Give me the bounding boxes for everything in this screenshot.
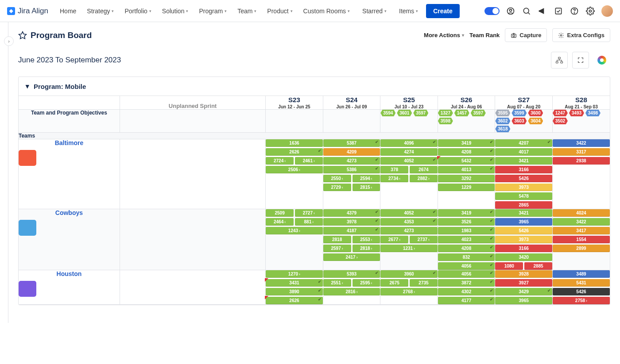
work-item-card[interactable]: 2506‹ xyxy=(266,166,323,173)
work-item-card[interactable]: 3489 xyxy=(553,270,610,278)
nav-items[interactable]: Items▾ xyxy=(395,5,422,17)
work-item-card[interactable]: 2597› xyxy=(323,245,351,252)
objective-chip[interactable]: 3603 xyxy=(512,118,527,124)
work-item-card[interactable]: 4013✔ xyxy=(438,166,495,173)
work-item-card[interactable]: 2509 xyxy=(266,209,294,217)
work-item-card[interactable]: 3978✔ xyxy=(323,218,380,226)
work-item-card[interactable]: 4056✔ xyxy=(438,262,495,270)
work-item-card[interactable]: 3420 xyxy=(495,253,552,261)
extra-configs-button[interactable]: Extra Configs xyxy=(552,28,610,42)
nav-home[interactable]: Home xyxy=(55,5,81,17)
work-item-card[interactable]: 1229 xyxy=(438,184,495,191)
work-item-card[interactable]: 3927 xyxy=(495,279,552,287)
user-avatar[interactable] xyxy=(601,5,613,17)
work-item-card[interactable]: 2768‹ xyxy=(380,288,438,295)
team-link[interactable]: Cowboys xyxy=(19,209,120,216)
work-item-card[interactable]: 2734‹ xyxy=(380,175,408,182)
objective-chip[interactable]: 3493 xyxy=(569,110,584,116)
work-item-card[interactable]: 4273 xyxy=(380,227,438,234)
work-item-card[interactable]: 3419✔ xyxy=(438,139,495,147)
work-item-card[interactable]: 2737‹ xyxy=(410,236,438,243)
team-link[interactable]: Houston xyxy=(19,270,120,277)
objective-chip[interactable]: 3599 xyxy=(512,110,527,116)
work-item-card[interactable]: 4017 xyxy=(495,148,552,156)
objective-chip[interactable]: 3502 xyxy=(553,118,568,124)
work-item-card[interactable]: 2865 xyxy=(495,201,552,209)
work-item-card[interactable]: 3965 xyxy=(495,297,552,304)
work-item-card[interactable]: 3431✔ xyxy=(266,279,323,287)
objective-chip[interactable]: 3618 xyxy=(495,126,510,132)
work-item-card[interactable]: 4024 xyxy=(553,209,610,217)
work-item-card[interactable]: 1636 xyxy=(266,139,323,147)
work-item-card[interactable]: 2727‹ xyxy=(295,209,323,217)
work-item-card[interactable]: 4023✔ xyxy=(438,236,495,243)
work-item-card[interactable]: 2595‹ xyxy=(353,279,380,287)
account-icon[interactable] xyxy=(506,6,515,16)
dependency-view-button[interactable] xyxy=(551,52,568,69)
work-item-card[interactable]: 3421 xyxy=(495,209,552,217)
work-item-card[interactable]: 4208✔ xyxy=(438,148,495,156)
objective-chip[interactable]: 3498 xyxy=(585,110,601,116)
objective-chip[interactable]: 1327 xyxy=(438,110,453,116)
work-item-card[interactable]: 3422 xyxy=(553,218,610,226)
work-item-card[interactable]: 2461‹ xyxy=(295,157,323,165)
work-item-card[interactable]: 4052✔ xyxy=(380,157,438,165)
work-item-card[interactable]: 3317 xyxy=(553,148,610,156)
nav-portfolio[interactable]: Portfolio▾ xyxy=(120,5,155,17)
work-item-card[interactable]: 3417 xyxy=(553,227,610,234)
nav-starred[interactable]: Starred▾ xyxy=(358,5,391,17)
settings-icon[interactable] xyxy=(585,6,595,16)
work-item-card[interactable]: 4273✔ xyxy=(323,157,380,165)
more-actions[interactable]: More Actions ▾ xyxy=(424,32,464,38)
nav-solution[interactable]: Solution▾ xyxy=(158,5,193,17)
create-button[interactable]: Create xyxy=(426,4,460,18)
work-item-card[interactable]: 2724‹ xyxy=(266,157,294,165)
work-item-card[interactable]: 4187✔ xyxy=(323,227,380,234)
program-expand[interactable]: ▾ Program: Mobile xyxy=(19,77,610,96)
work-item-card[interactable]: 4056✔ xyxy=(438,270,495,278)
work-item-card[interactable]: 2818 xyxy=(323,236,351,243)
work-item-card[interactable]: 2938 xyxy=(553,157,610,165)
objective-chip[interactable]: 3598 xyxy=(438,118,453,124)
work-item-card[interactable]: 881› xyxy=(295,218,323,226)
work-item-card[interactable]: 3960✔ xyxy=(380,270,438,278)
work-item-card[interactable]: 4209 xyxy=(323,148,380,156)
app-logo[interactable]: ◆ Jira Align xyxy=(7,7,48,15)
work-item-card[interactable]: 3965 xyxy=(495,218,552,226)
work-item-card[interactable]: 4177✔ xyxy=(438,297,495,304)
color-key-button[interactable] xyxy=(593,52,610,69)
work-item-card[interactable]: 2594‹ xyxy=(353,175,380,182)
work-item-card[interactable]: 832✔ xyxy=(438,253,495,261)
work-item-card[interactable]: 1231› xyxy=(380,245,438,252)
team-link[interactable]: Baltimore xyxy=(19,139,120,146)
work-item-card[interactable]: 2626✔ xyxy=(266,297,323,304)
work-item-card[interactable]: 3292 xyxy=(438,175,495,182)
work-item-card[interactable]: 2674 xyxy=(410,166,438,173)
work-item-card[interactable]: 4208✔ xyxy=(438,245,495,252)
capture-button[interactable]: Capture xyxy=(505,28,547,42)
work-item-card[interactable]: 3422 xyxy=(553,139,610,147)
work-item-card[interactable]: 5386✔ xyxy=(323,166,380,173)
work-item-card[interactable]: 3526✔ xyxy=(438,218,495,226)
nav-team[interactable]: Team▾ xyxy=(233,5,261,17)
work-item-card[interactable]: 5387✔ xyxy=(323,139,380,147)
announce-icon[interactable] xyxy=(538,6,547,16)
tasks-icon[interactable] xyxy=(554,6,563,16)
work-item-card[interactable]: 3890✔ xyxy=(266,288,323,295)
work-item-card[interactable]: 2758› xyxy=(553,297,610,304)
work-item-card[interactable]: 2899 xyxy=(553,245,610,252)
work-item-card[interactable]: 3429✔ xyxy=(495,288,552,295)
work-item-card[interactable]: 1554 xyxy=(553,236,610,243)
objective-chip[interactable]: 1247 xyxy=(553,110,568,116)
work-item-card[interactable]: 3973 xyxy=(495,184,552,191)
objective-chip[interactable]: 3602 xyxy=(495,118,510,124)
work-item-card[interactable]: 2816‹ xyxy=(323,288,380,295)
work-item-card[interactable]: 2464‹ xyxy=(266,218,294,226)
objective-chip[interactable]: 3597 xyxy=(471,110,486,116)
work-item-card[interactable]: 2553‹ xyxy=(353,236,380,243)
nav-product[interactable]: Product▾ xyxy=(263,5,297,17)
work-item-card[interactable]: 5426 xyxy=(553,288,610,295)
work-item-card[interactable]: 5432✔ xyxy=(438,157,495,165)
work-item-card[interactable]: 2818› xyxy=(353,245,380,252)
work-item-card[interactable]: 5478 xyxy=(495,192,552,200)
